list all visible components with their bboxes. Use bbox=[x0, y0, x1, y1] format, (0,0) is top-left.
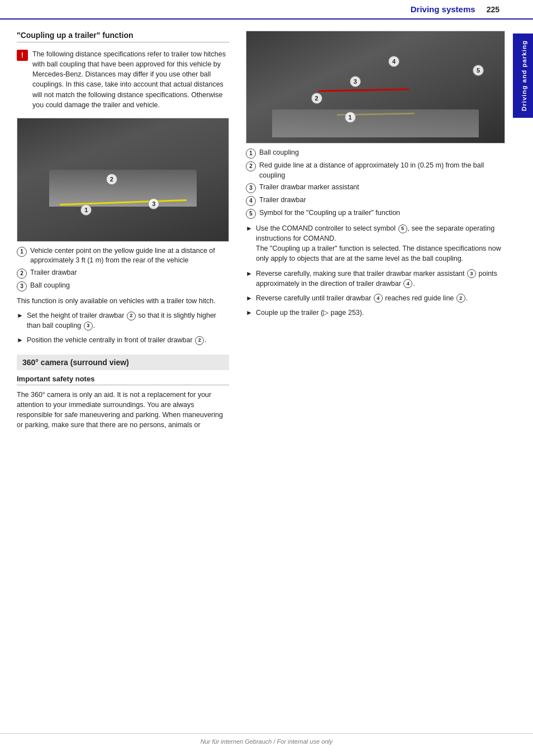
warning-box: ! The following distance specifications … bbox=[17, 49, 229, 110]
list-item: 5 Symbol for the "Coupling up a trailer"… bbox=[246, 208, 505, 219]
arrow-text-r1: Use the COMAND controller to select symb… bbox=[256, 223, 505, 264]
inline-num-5: 5 bbox=[398, 224, 407, 233]
circle-2: 2 bbox=[17, 269, 27, 279]
list-item-text-2: Trailer drawbar bbox=[30, 268, 77, 278]
r-circle-4: 4 bbox=[246, 196, 256, 206]
image-marker-r4: 4 bbox=[388, 56, 399, 67]
left-image-placeholder: 1 2 3 P54-65-4708-31 bbox=[17, 118, 229, 241]
circle-1: 1 bbox=[17, 247, 27, 257]
arrow-icon: ► bbox=[17, 336, 23, 345]
image-marker-r1: 1 bbox=[345, 112, 356, 123]
inline-num-2r: 2 bbox=[456, 294, 465, 303]
inline-num-3r: 3 bbox=[467, 269, 476, 278]
right-column: 1 2 3 4 5 P54-65-4707-31 1 Ball coupling… bbox=[240, 31, 505, 434]
r-list-text-1: Ball coupling bbox=[259, 148, 299, 158]
arrow-item-r2: ► Reverse carefully, making sure that tr… bbox=[246, 269, 505, 289]
page-header: Driving systems 225 bbox=[0, 0, 533, 20]
inline-num-2b: 2 bbox=[195, 336, 204, 345]
right-image-placeholder: 1 2 3 4 5 P54-65-4707-31 bbox=[246, 31, 505, 143]
image-marker-r2: 2 bbox=[311, 93, 322, 104]
right-arrow-list: ► Use the COMAND controller to select sy… bbox=[246, 223, 505, 318]
right-num-list: 1 Ball coupling 2 Red guide line at a di… bbox=[246, 148, 505, 219]
list-item: 1 Vehicle center point on the yellow gui… bbox=[17, 246, 229, 266]
r-list-text-4: Trailer drawbar bbox=[259, 195, 306, 205]
list-item-text-3: Ball coupling bbox=[30, 281, 70, 291]
r-circle-2: 2 bbox=[246, 161, 256, 171]
left-image: 1 2 3 P54-65-4708-31 bbox=[17, 118, 229, 242]
inline-num-2: 2 bbox=[127, 312, 136, 320]
side-tab: Driving and parking bbox=[513, 34, 533, 118]
r-circle-5: 5 bbox=[246, 209, 256, 219]
list-item: 3 Ball coupling bbox=[17, 281, 229, 291]
image-marker-2: 2 bbox=[106, 174, 117, 185]
page-number: 225 bbox=[487, 5, 499, 14]
arrow-icon: ► bbox=[246, 308, 253, 318]
footer-text: Nur für internen Gebrauch / For internal… bbox=[201, 738, 333, 745]
list-item: 2 Red guide line at a distance of approx… bbox=[246, 161, 505, 180]
list-item: 4 Trailer drawbar bbox=[246, 195, 505, 206]
footer: Nur für internen Gebrauch / For internal… bbox=[0, 733, 533, 745]
warning-text: The following distance specifications re… bbox=[32, 49, 229, 110]
arrow-text-r4: Couple up the trailer (▷ page 253). bbox=[256, 308, 364, 318]
arrow-item-text-1: Set the height of trailer drawbar 2 so t… bbox=[27, 310, 229, 331]
section-360-header: 360° camera (surround view) bbox=[17, 355, 229, 370]
arrow-item: ► Position the vehicle centrally in fron… bbox=[17, 335, 229, 345]
availability-text: This function is only available on vehic… bbox=[17, 296, 229, 306]
side-tab-label: Driving and parking bbox=[513, 34, 533, 118]
inline-num-3: 3 bbox=[84, 322, 93, 331]
left-column: "Coupling up a trailer" function ! The f… bbox=[17, 31, 229, 434]
left-arrow-list: ► Set the height of trailer drawbar 2 so… bbox=[17, 310, 229, 346]
arrow-text-r3: Reverse carefully until trailer drawbar … bbox=[256, 293, 468, 303]
image-marker-3: 3 bbox=[148, 198, 159, 209]
safety-text: The 360° camera is only an aid. It is no… bbox=[17, 390, 229, 430]
header-title: Driving systems bbox=[411, 4, 475, 14]
section1-title: "Coupling up a trailer" function bbox=[17, 31, 229, 42]
arrow-icon: ► bbox=[246, 294, 253, 303]
arrow-text-r2: Reverse carefully, making sure that trai… bbox=[256, 269, 505, 289]
inline-num-4r: 4 bbox=[403, 279, 412, 288]
right-image: 1 2 3 4 5 P54-65-4707-31 bbox=[246, 31, 505, 143]
r-list-text-3: Trailer drawbar marker assistant bbox=[259, 183, 359, 193]
inline-num-4r2: 4 bbox=[374, 294, 383, 303]
list-item: 3 Trailer drawbar marker assistant bbox=[246, 183, 505, 193]
r-circle-3: 3 bbox=[246, 183, 256, 193]
image-marker-r3: 3 bbox=[350, 76, 361, 87]
safety-notes-title: Important safety notes bbox=[17, 375, 229, 385]
list-item-text-1: Vehicle center point on the yellow guide… bbox=[30, 246, 229, 266]
r-list-text-5: Symbol for the "Coupling up a trailer" f… bbox=[259, 208, 400, 218]
image-marker-r5: 5 bbox=[473, 65, 484, 76]
arrow-item: ► Set the height of trailer drawbar 2 so… bbox=[17, 310, 229, 331]
section-360-title: 360° camera (surround view) bbox=[22, 358, 129, 367]
arrow-item-r1: ► Use the COMAND controller to select sy… bbox=[246, 223, 505, 264]
arrow-icon: ► bbox=[17, 311, 23, 320]
list-item: 1 Ball coupling bbox=[246, 148, 505, 159]
arrow-icon: ► bbox=[246, 269, 253, 279]
circle-3: 3 bbox=[17, 281, 27, 291]
left-num-list: 1 Vehicle center point on the yellow gui… bbox=[17, 246, 229, 291]
arrow-icon: ► bbox=[246, 224, 253, 233]
r-list-text-2: Red guide line at a distance of approxim… bbox=[259, 161, 505, 180]
arrow-item-text-2: Position the vehicle centrally in front … bbox=[27, 335, 207, 345]
arrow-item-r3: ► Reverse carefully until trailer drawba… bbox=[246, 293, 505, 303]
r-circle-1: 1 bbox=[246, 149, 256, 159]
arrow-item-r4: ► Couple up the trailer (▷ page 253). bbox=[246, 308, 505, 318]
main-content: "Coupling up a trailer" function ! The f… bbox=[0, 20, 533, 446]
list-item: 2 Trailer drawbar bbox=[17, 268, 229, 279]
warning-icon: ! bbox=[17, 50, 28, 61]
